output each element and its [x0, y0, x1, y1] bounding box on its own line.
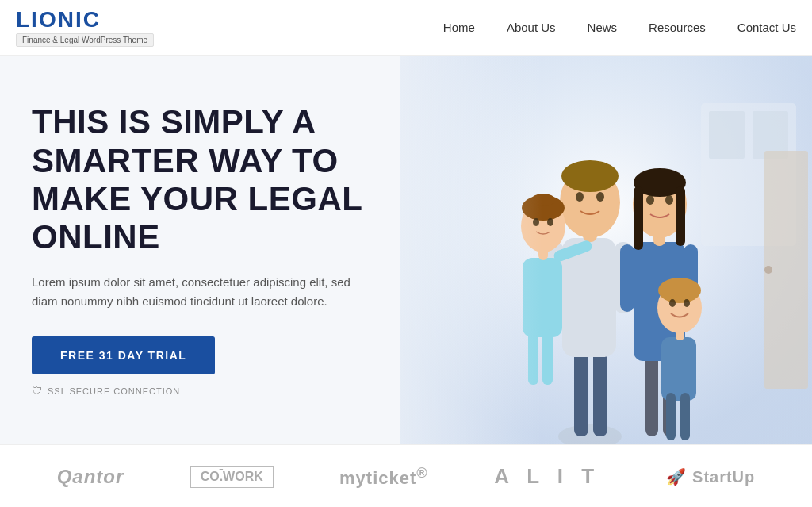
hero-section: THIS IS SIMPLY A SMARTER WAY TO MAKE YOU…	[0, 56, 812, 444]
logo-alit: A L I T	[494, 464, 600, 489]
ssl-text: SSL SECURE CONNECTION	[48, 386, 180, 396]
svg-rect-8	[593, 349, 607, 436]
ssl-notice: 🛡 SSL SECURE CONNECTION	[32, 386, 381, 397]
nav-home[interactable]: Home	[443, 21, 475, 34]
svg-rect-39	[661, 337, 696, 401]
svg-point-46	[684, 299, 690, 307]
svg-rect-25	[634, 186, 643, 250]
svg-rect-17	[645, 349, 658, 436]
svg-point-28	[665, 195, 673, 205]
logos-bar: Qantor CO.WORK myticket® A L I T 🚀 Start…	[0, 444, 812, 507]
svg-point-14	[561, 160, 619, 192]
svg-rect-7	[574, 349, 588, 436]
cta-button[interactable]: FREE 31 DAY TRIAL	[32, 336, 215, 374]
logo-qantor: Qantor	[57, 466, 124, 488]
nav-news[interactable]: News	[588, 21, 618, 34]
svg-point-38	[547, 218, 553, 226]
hero-content: THIS IS SIMPLY A SMARTER WAY TO MAKE YOU…	[0, 56, 412, 444]
nav-resources[interactable]: Resources	[649, 21, 706, 34]
logo-myticket: myticket®	[339, 464, 428, 489]
site-header: LIONIC Finance & Legal WordPress Theme H…	[0, 0, 812, 56]
svg-point-15	[576, 192, 584, 202]
nav-about[interactable]: About Us	[507, 21, 556, 34]
svg-rect-2	[709, 111, 745, 159]
svg-rect-31	[542, 329, 553, 385]
main-nav: Home About Us News Resources Contact Us	[443, 21, 796, 34]
logo-cowork: CO.WORK	[190, 466, 274, 488]
logo-startup: 🚀 StartUp	[666, 467, 755, 486]
svg-rect-26	[676, 186, 685, 246]
svg-point-27	[646, 195, 654, 205]
svg-point-5	[764, 266, 772, 274]
svg-point-16	[596, 192, 604, 202]
hero-title: THIS IS SIMPLY A SMARTER WAY TO MAKE YOU…	[32, 103, 381, 256]
svg-rect-47	[400, 56, 542, 444]
hero-image	[400, 56, 812, 444]
svg-rect-20	[620, 244, 634, 312]
svg-rect-40	[666, 393, 676, 440]
logo-text: LIONIC	[16, 9, 101, 31]
logo-tagline: Finance & Legal WordPress Theme	[16, 33, 154, 47]
svg-rect-41	[680, 393, 690, 440]
svg-point-45	[669, 299, 676, 307]
shield-icon: 🛡	[32, 386, 43, 397]
svg-point-44	[658, 278, 701, 303]
nav-contact[interactable]: Contact Us	[737, 21, 796, 34]
hero-subtitle: Lorem ipsum dolor sit amet, consectetuer…	[32, 273, 373, 311]
logo-area: LIONIC Finance & Legal WordPress Theme	[16, 9, 154, 47]
